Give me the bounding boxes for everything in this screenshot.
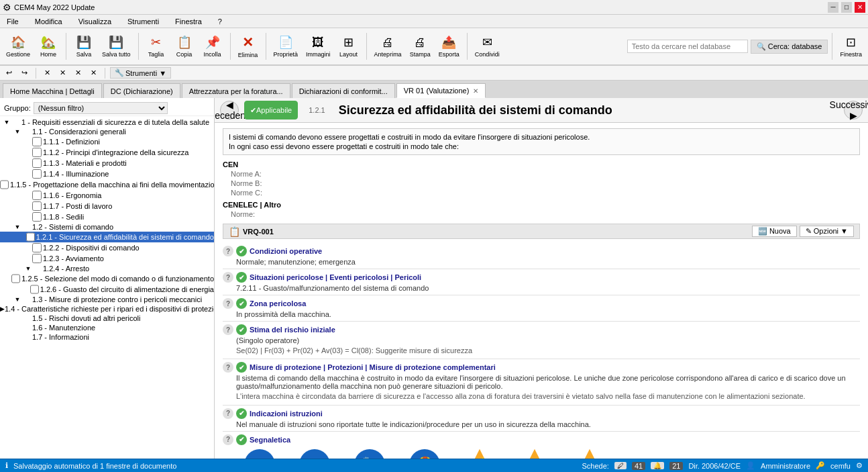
window-controls[interactable]: ─ □ ✕	[828, 2, 865, 13]
strumenti-dropdown[interactable]: 🔧 Strumenti ▼	[110, 67, 171, 79]
taglia-button[interactable]: ✂ Taglia	[143, 30, 170, 63]
nuova-button[interactable]: 🆕 Nuova	[752, 226, 797, 237]
tree-item-4[interactable]: 1.1.3 - Materiali e prodotti	[0, 158, 214, 169]
help-icon-situazioni-pericolose[interactable]: ?	[223, 272, 233, 283]
menu-visualizza[interactable]: Visualizza	[74, 16, 115, 27]
tree-item-5[interactable]: 1.1.4 - Illuminazione	[0, 169, 214, 179]
tb2-action4[interactable]: ✕	[87, 67, 100, 79]
tree-item-18[interactable]: ▶1.4 - Caratteristiche richieste per i r…	[0, 304, 214, 314]
tab-dc[interactable]: DC (Dichiarazione)	[103, 83, 180, 98]
tb2-action1[interactable]: ✕	[41, 67, 54, 79]
menu-finestra[interactable]: Finestra	[171, 16, 206, 27]
redo-button[interactable]: ↪	[18, 67, 31, 79]
sign-circle-M010: 🦺	[409, 449, 440, 459]
tree-checkbox[interactable]	[32, 191, 42, 200]
maximize-button[interactable]: □	[841, 2, 852, 13]
tree-checkbox[interactable]	[32, 169, 42, 179]
tab-vr01-close[interactable]: ✕	[473, 87, 478, 95]
next-button[interactable]: Successivo ▶	[844, 101, 863, 120]
tree-item-2[interactable]: 1.1.1 - Definizioni	[0, 136, 214, 147]
tab-vr01[interactable]: VR 01 (Valutazione) ✕	[396, 83, 486, 98]
tree-checkbox[interactable]	[26, 232, 35, 242]
requirement-row-situazioni-pericolose: ? ✔ Situazioni pericolose | Eventi peric…	[223, 269, 860, 295]
tree-item-8[interactable]: 1.1.7 - Posti di lavoro	[0, 201, 214, 211]
help-icon-segnaletica[interactable]: ?	[223, 434, 233, 445]
tree-checkbox[interactable]	[30, 285, 39, 294]
immagini-button[interactable]: 🖼 Immagini	[303, 30, 334, 63]
opzioni-button[interactable]: ✎ Opzioni ▼	[800, 226, 854, 237]
tree-item-3[interactable]: 1.1.2 - Principi d'integrazione della si…	[0, 147, 214, 158]
tree-item-13[interactable]: 1.2.3 - Avviamento	[0, 253, 214, 264]
undo-button[interactable]: ↩	[3, 67, 15, 79]
tree-item-12[interactable]: 1.2.2 - Dispositivi di comando	[0, 242, 214, 253]
salva-tutto-button[interactable]: 💾 Salva tutto	[99, 30, 134, 63]
anteprima-button[interactable]: 🖨 Anteprima	[371, 30, 405, 63]
group-select[interactable]: (Nessun filtro)	[34, 102, 168, 114]
help-icon-condizioni-operative[interactable]: ?	[223, 246, 233, 256]
tree-item-11[interactable]: 1.2.1 - Sicurezza ed affidabilità dei si…	[0, 232, 214, 242]
vrq-bar-right[interactable]: 🆕 Nuova ✎ Opzioni ▼	[752, 226, 854, 237]
tree-item-16[interactable]: 1.2.6 - Guasto del circuito di alimentaz…	[0, 284, 214, 295]
esporta-button[interactable]: 📤 Esporta	[435, 30, 463, 63]
help-icon-stima-rischio-iniziale[interactable]: ?	[223, 324, 233, 335]
help-icon-zona-pericolosa[interactable]: ?	[223, 298, 233, 309]
search-input[interactable]	[627, 40, 748, 53]
check-icon-segnaletica: ✔	[236, 434, 247, 445]
tree-item-17[interactable]: ▼1.3 - Misure di protezione contro i per…	[0, 295, 214, 304]
tree-item-6[interactable]: 1.1.5 - Progettazione della macchina ai …	[0, 179, 214, 190]
help-icon-misure-protezione[interactable]: ?	[223, 362, 233, 373]
tb2-action3[interactable]: ✕	[72, 67, 85, 79]
stampa-button[interactable]: 🖨 Stampa	[406, 30, 434, 63]
tree-item-1[interactable]: ▼1.1 - Considerazioni generali	[0, 127, 214, 136]
tree-checkbox[interactable]	[11, 274, 20, 283]
tree-checkbox[interactable]	[32, 148, 42, 157]
tab-attrezzatura[interactable]: Attrezzatura per la foratura...	[182, 83, 290, 98]
menu-strumenti[interactable]: Strumenti	[123, 16, 163, 27]
tree-item-21[interactable]: 1.7 - Informazioni	[0, 332, 214, 342]
salva-button[interactable]: 💾 Salva	[70, 30, 97, 63]
tree-item-15[interactable]: 1.2.5 - Selezione del modo di comando o …	[0, 273, 214, 284]
finestra-button[interactable]: ⊡ Finestra	[836, 30, 865, 63]
prev-button[interactable]: ◀ Precedente	[220, 101, 239, 120]
home-button[interactable]: 🏡 Home	[35, 30, 62, 63]
layout-button[interactable]: ⊞ Layout	[335, 30, 362, 63]
tab-home-macchina[interactable]: Home Macchina | Dettagli	[3, 83, 102, 98]
cenelec-section: CENELEC | Altro Norme:	[223, 201, 860, 218]
tree-checkbox[interactable]	[32, 254, 42, 263]
req-title-segnaletica: ? ✔ Segnaletica	[223, 434, 860, 445]
immagini-icon: 🖼	[312, 36, 324, 50]
proprieta-button[interactable]: 📄 Proprietà	[270, 30, 302, 63]
tree-item-19[interactable]: 1.5 - Rischi dovuti ad altri pericoli	[0, 314, 214, 323]
cen-section: CEN Norme A: Norme B: Norme C:	[223, 160, 860, 197]
tree-item-14[interactable]: ▼1.2.4 - Arresto	[0, 264, 214, 273]
tab-dichiarazioni[interactable]: Dichiarazioni di conformit...	[292, 83, 395, 98]
tree-item-10[interactable]: ▼1.2 - Sistemi di comando	[0, 222, 214, 232]
close-button[interactable]: ✕	[855, 2, 865, 13]
tree-item-7[interactable]: 1.1.6 - Ergonomia	[0, 190, 214, 201]
tree-checkbox[interactable]	[32, 137, 42, 146]
menu-help[interactable]: ?	[214, 16, 226, 27]
tree-item-9[interactable]: 1.1.8 - Sedili	[0, 211, 214, 222]
menu-modifica[interactable]: Modifica	[31, 16, 66, 27]
tree-checkbox[interactable]	[32, 212, 42, 222]
layout-icon: ⊞	[343, 35, 354, 50]
minimize-button[interactable]: ─	[828, 2, 838, 13]
tree-item-label: 1 - Requisiti essenziali di sicurezza e …	[21, 118, 214, 126]
tree-checkbox[interactable]	[32, 201, 42, 211]
tree-checkbox[interactable]	[32, 158, 42, 168]
tb2-action2[interactable]: ✕	[56, 67, 69, 79]
tree-checkbox[interactable]	[0, 180, 9, 189]
tree-item-0[interactable]: ▼1 - Requisiti essenziali di sicurezza e…	[0, 117, 214, 127]
copia-button[interactable]: 📋 Copia	[171, 30, 198, 63]
intro-line2: In ogni caso essi devono essere progetta…	[229, 142, 854, 150]
tree-item-20[interactable]: 1.6 - Manutenzione	[0, 323, 214, 332]
tree-checkbox[interactable]	[32, 243, 42, 252]
search-button[interactable]: 🔍 Cerca: database	[751, 40, 828, 54]
applicable-button[interactable]: ✔ Applicabile	[244, 101, 298, 120]
incolla-button[interactable]: 📌 Incolla	[199, 30, 226, 63]
gestione-button[interactable]: 🏠 Gestione	[3, 30, 34, 63]
help-icon-indicazioni-istruzioni[interactable]: ?	[223, 408, 233, 419]
condividi-button[interactable]: ✉ Condividi	[472, 30, 503, 63]
elimina-button[interactable]: ✕ Elimina	[235, 30, 262, 63]
menu-file[interactable]: File	[3, 16, 23, 27]
